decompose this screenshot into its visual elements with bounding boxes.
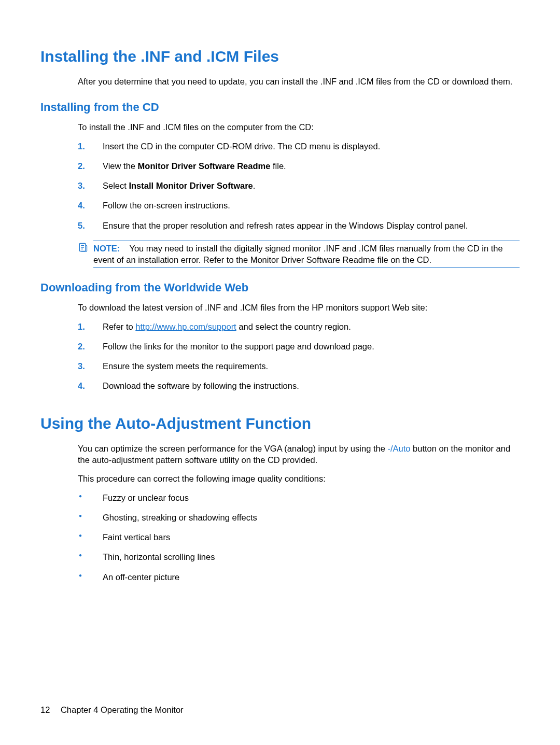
conditions-intro: This procedure can correct the following… (78, 473, 520, 484)
step-text: Select (103, 181, 129, 190)
note-block: NOTE: You may need to install the digita… (78, 241, 520, 268)
list-item: An off-center picture (78, 571, 520, 583)
auto-button-label: -/Auto (387, 444, 410, 453)
note-label: NOTE: (93, 244, 120, 253)
note-text: You may need to install the digitally si… (93, 244, 503, 264)
step-item: Refer to http://www.hp.com/support and s… (78, 321, 520, 332)
steps-installing-cd: Insert the CD in the computer CD-ROM dri… (78, 140, 520, 231)
list-item: Ghosting, streaking or shadowing effects (78, 512, 520, 523)
step-item: Follow the links for the monitor to the … (78, 341, 520, 352)
list-item: Fuzzy or unclear focus (78, 492, 520, 503)
step-item: Download the software by following the i… (78, 380, 520, 391)
step-text: View the (103, 161, 138, 171)
list-item: Thin, horizontal scrolling lines (78, 551, 520, 563)
step-item: Follow the on-screen instructions. (78, 200, 520, 211)
step-bold: Monitor Driver Software Readme (138, 161, 271, 171)
heading-installing-files: Installing the .INF and .ICM Files (40, 48, 520, 65)
chapter-label: Chapter 4 Operating the Monitor (61, 705, 184, 714)
step-text: . (253, 181, 256, 190)
intro-auto-adjustment: You can optimize the screen performance … (78, 443, 520, 466)
step-item: Insert the CD in the computer CD-ROM dri… (78, 140, 520, 152)
intro-text: You can optimize the screen performance … (78, 444, 387, 453)
step-text: Refer to (103, 322, 135, 331)
support-link[interactable]: http://www.hp.com/support (135, 322, 236, 331)
step-item: Ensure that the proper resolution and re… (78, 220, 520, 231)
step-item: Ensure the system meets the requirements… (78, 360, 520, 372)
note-body: NOTE: You may need to install the digita… (93, 241, 520, 268)
conditions-list: Fuzzy or unclear focus Ghosting, streaki… (78, 492, 520, 583)
step-text: file. (270, 161, 286, 171)
heading-installing-cd: Installing from the CD (40, 101, 520, 114)
intro-installing-files: After you determine that you need to upd… (78, 76, 520, 87)
step-bold: Install Monitor Driver Software (129, 181, 253, 190)
page-footer: 12 Chapter 4 Operating the Monitor (40, 705, 184, 715)
intro-installing-cd: To install the .INF and .ICM files on th… (78, 121, 520, 133)
note-icon (78, 242, 88, 252)
steps-download-web: Refer to http://www.hp.com/support and s… (78, 321, 520, 392)
heading-download-web: Downloading from the Worldwide Web (40, 281, 520, 294)
step-item: View the Monitor Driver Software Readme … (78, 160, 520, 172)
intro-download-web: To download the latest version of .INF a… (78, 302, 520, 313)
list-item: Faint vertical bars (78, 531, 520, 543)
page-number: 12 (40, 705, 50, 714)
step-item: Select Install Monitor Driver Software. (78, 180, 520, 191)
heading-auto-adjustment: Using the Auto-Adjustment Function (40, 415, 520, 432)
step-text: and select the country region. (236, 322, 351, 331)
